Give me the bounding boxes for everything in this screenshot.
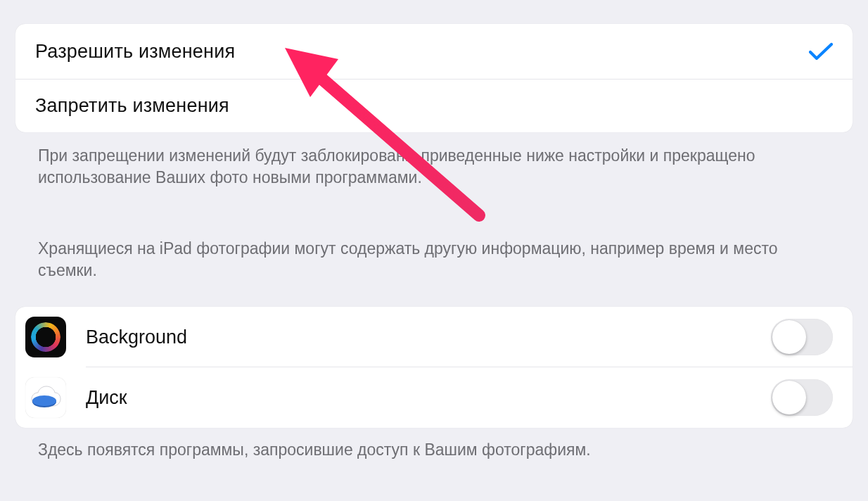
deny-changes-label: Запретить изменения — [35, 95, 833, 117]
app-label-background: Background — [86, 326, 771, 348]
app-label-disk: Диск — [86, 387, 771, 409]
app-row-background[interactable]: Background — [15, 307, 853, 367]
photos-note-text: Хранящиеся на iPad фотографии могут соде… — [0, 189, 868, 307]
toggle-knob — [772, 381, 806, 414]
allow-changes-row[interactable]: Разрешить изменения — [15, 24, 853, 80]
toggle-knob — [772, 320, 806, 354]
changes-group: Разрешить изменения Запретить изменения — [15, 24, 853, 132]
app-row-disk[interactable]: Диск — [15, 367, 853, 428]
allow-changes-label: Разрешить изменения — [35, 41, 809, 63]
checkmark-icon — [809, 39, 833, 63]
ring-icon — [31, 322, 60, 352]
svg-point-1 — [32, 395, 56, 406]
app-icon-background — [25, 317, 66, 357]
apps-group: Background Диск — [15, 307, 853, 428]
block-note-text: При запрещении изменений будут заблокиро… — [0, 132, 868, 189]
deny-changes-row[interactable]: Запретить изменения — [15, 80, 853, 132]
toggle-disk[interactable] — [771, 379, 833, 416]
apps-note-text: Здесь появятся программы, запросившие до… — [0, 428, 868, 475]
cloud-icon — [30, 385, 62, 410]
app-icon-disk — [25, 377, 66, 418]
toggle-background[interactable] — [771, 319, 833, 355]
